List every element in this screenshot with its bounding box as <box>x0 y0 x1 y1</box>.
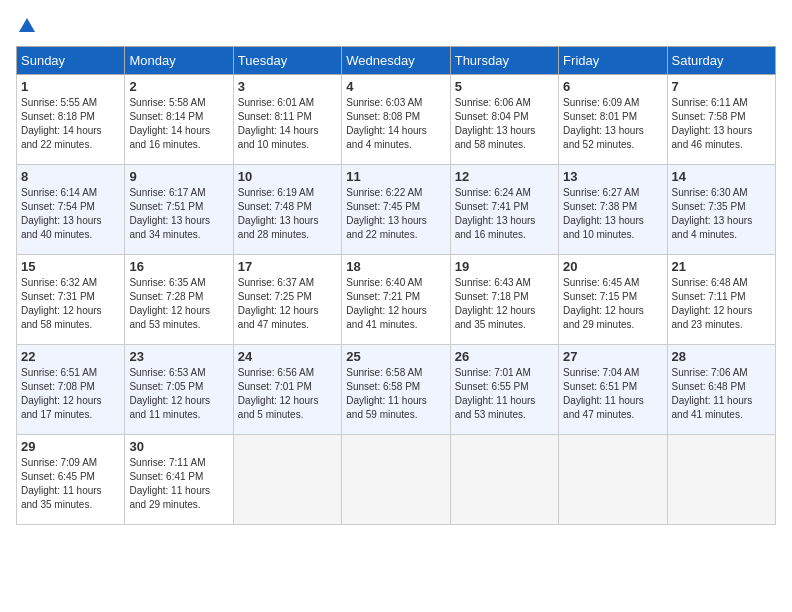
daylight-label: Daylight: 11 hours and 59 minutes. <box>346 395 427 420</box>
sunset-label: Sunset: 7:41 PM <box>455 201 529 212</box>
daylight-label: Daylight: 14 hours and 4 minutes. <box>346 125 427 150</box>
sunset-label: Sunset: 7:01 PM <box>238 381 312 392</box>
cell-content: Sunrise: 6:53 AM Sunset: 7:05 PM Dayligh… <box>129 366 228 422</box>
cell-content: Sunrise: 6:22 AM Sunset: 7:45 PM Dayligh… <box>346 186 445 242</box>
calendar-cell: 19 Sunrise: 6:43 AM Sunset: 7:18 PM Dayl… <box>450 255 558 345</box>
day-number: 4 <box>346 79 445 94</box>
sunrise-label: Sunrise: 6:51 AM <box>21 367 97 378</box>
cell-content: Sunrise: 5:55 AM Sunset: 8:18 PM Dayligh… <box>21 96 120 152</box>
calendar-cell <box>342 435 450 525</box>
daylight-label: Daylight: 12 hours and 41 minutes. <box>346 305 427 330</box>
daylight-label: Daylight: 13 hours and 40 minutes. <box>21 215 102 240</box>
calendar-cell: 13 Sunrise: 6:27 AM Sunset: 7:38 PM Dayl… <box>559 165 667 255</box>
daylight-label: Daylight: 12 hours and 35 minutes. <box>455 305 536 330</box>
weekday-header: Wednesday <box>342 47 450 75</box>
weekday-header: Saturday <box>667 47 775 75</box>
sunrise-label: Sunrise: 6:32 AM <box>21 277 97 288</box>
calendar-cell <box>667 435 775 525</box>
cell-content: Sunrise: 6:09 AM Sunset: 8:01 PM Dayligh… <box>563 96 662 152</box>
calendar-week-row: 8 Sunrise: 6:14 AM Sunset: 7:54 PM Dayli… <box>17 165 776 255</box>
day-number: 7 <box>672 79 771 94</box>
day-number: 24 <box>238 349 337 364</box>
calendar-cell: 12 Sunrise: 6:24 AM Sunset: 7:41 PM Dayl… <box>450 165 558 255</box>
daylight-label: Daylight: 14 hours and 10 minutes. <box>238 125 319 150</box>
cell-content: Sunrise: 6:51 AM Sunset: 7:08 PM Dayligh… <box>21 366 120 422</box>
calendar-cell: 29 Sunrise: 7:09 AM Sunset: 6:45 PM Dayl… <box>17 435 125 525</box>
daylight-label: Daylight: 13 hours and 4 minutes. <box>672 215 753 240</box>
calendar-cell: 7 Sunrise: 6:11 AM Sunset: 7:58 PM Dayli… <box>667 75 775 165</box>
sunrise-label: Sunrise: 7:06 AM <box>672 367 748 378</box>
sunrise-label: Sunrise: 6:27 AM <box>563 187 639 198</box>
day-number: 10 <box>238 169 337 184</box>
sunset-label: Sunset: 7:11 PM <box>672 291 746 302</box>
sunset-label: Sunset: 7:58 PM <box>672 111 746 122</box>
cell-content: Sunrise: 6:45 AM Sunset: 7:15 PM Dayligh… <box>563 276 662 332</box>
daylight-label: Daylight: 12 hours and 58 minutes. <box>21 305 102 330</box>
sunrise-label: Sunrise: 6:22 AM <box>346 187 422 198</box>
daylight-label: Daylight: 13 hours and 28 minutes. <box>238 215 319 240</box>
weekday-header: Tuesday <box>233 47 341 75</box>
svg-marker-0 <box>19 18 35 32</box>
cell-content: Sunrise: 6:30 AM Sunset: 7:35 PM Dayligh… <box>672 186 771 242</box>
calendar-cell: 2 Sunrise: 5:58 AM Sunset: 8:14 PM Dayli… <box>125 75 233 165</box>
sunset-label: Sunset: 7:38 PM <box>563 201 637 212</box>
calendar-cell: 9 Sunrise: 6:17 AM Sunset: 7:51 PM Dayli… <box>125 165 233 255</box>
daylight-label: Daylight: 14 hours and 22 minutes. <box>21 125 102 150</box>
daylight-label: Daylight: 11 hours and 29 minutes. <box>129 485 210 510</box>
calendar-cell: 20 Sunrise: 6:45 AM Sunset: 7:15 PM Dayl… <box>559 255 667 345</box>
sunset-label: Sunset: 6:41 PM <box>129 471 203 482</box>
weekday-header: Friday <box>559 47 667 75</box>
calendar-cell: 25 Sunrise: 6:58 AM Sunset: 6:58 PM Dayl… <box>342 345 450 435</box>
cell-content: Sunrise: 6:40 AM Sunset: 7:21 PM Dayligh… <box>346 276 445 332</box>
day-number: 3 <box>238 79 337 94</box>
cell-content: Sunrise: 7:11 AM Sunset: 6:41 PM Dayligh… <box>129 456 228 512</box>
daylight-label: Daylight: 12 hours and 23 minutes. <box>672 305 753 330</box>
day-number: 8 <box>21 169 120 184</box>
day-number: 9 <box>129 169 228 184</box>
calendar-week-row: 22 Sunrise: 6:51 AM Sunset: 7:08 PM Dayl… <box>17 345 776 435</box>
header <box>16 16 776 36</box>
calendar-table: SundayMondayTuesdayWednesdayThursdayFrid… <box>16 46 776 525</box>
logo-icon <box>17 16 37 36</box>
daylight-label: Daylight: 13 hours and 34 minutes. <box>129 215 210 240</box>
day-number: 2 <box>129 79 228 94</box>
cell-content: Sunrise: 6:19 AM Sunset: 7:48 PM Dayligh… <box>238 186 337 242</box>
sunset-label: Sunset: 7:21 PM <box>346 291 420 302</box>
day-number: 28 <box>672 349 771 364</box>
calendar-cell: 27 Sunrise: 7:04 AM Sunset: 6:51 PM Dayl… <box>559 345 667 435</box>
sunset-label: Sunset: 8:01 PM <box>563 111 637 122</box>
daylight-label: Daylight: 14 hours and 16 minutes. <box>129 125 210 150</box>
daylight-label: Daylight: 13 hours and 16 minutes. <box>455 215 536 240</box>
calendar-cell: 6 Sunrise: 6:09 AM Sunset: 8:01 PM Dayli… <box>559 75 667 165</box>
cell-content: Sunrise: 6:24 AM Sunset: 7:41 PM Dayligh… <box>455 186 554 242</box>
sunrise-label: Sunrise: 7:09 AM <box>21 457 97 468</box>
calendar-cell: 8 Sunrise: 6:14 AM Sunset: 7:54 PM Dayli… <box>17 165 125 255</box>
calendar-cell: 16 Sunrise: 6:35 AM Sunset: 7:28 PM Dayl… <box>125 255 233 345</box>
calendar-week-row: 29 Sunrise: 7:09 AM Sunset: 6:45 PM Dayl… <box>17 435 776 525</box>
calendar-cell <box>559 435 667 525</box>
sunrise-label: Sunrise: 6:11 AM <box>672 97 748 108</box>
cell-content: Sunrise: 6:14 AM Sunset: 7:54 PM Dayligh… <box>21 186 120 242</box>
calendar-cell: 24 Sunrise: 6:56 AM Sunset: 7:01 PM Dayl… <box>233 345 341 435</box>
cell-content: Sunrise: 5:58 AM Sunset: 8:14 PM Dayligh… <box>129 96 228 152</box>
cell-content: Sunrise: 6:56 AM Sunset: 7:01 PM Dayligh… <box>238 366 337 422</box>
calendar-cell: 10 Sunrise: 6:19 AM Sunset: 7:48 PM Dayl… <box>233 165 341 255</box>
cell-content: Sunrise: 6:17 AM Sunset: 7:51 PM Dayligh… <box>129 186 228 242</box>
calendar-cell: 21 Sunrise: 6:48 AM Sunset: 7:11 PM Dayl… <box>667 255 775 345</box>
daylight-label: Daylight: 11 hours and 53 minutes. <box>455 395 536 420</box>
calendar-cell: 23 Sunrise: 6:53 AM Sunset: 7:05 PM Dayl… <box>125 345 233 435</box>
sunset-label: Sunset: 8:18 PM <box>21 111 95 122</box>
weekday-header: Monday <box>125 47 233 75</box>
cell-content: Sunrise: 6:27 AM Sunset: 7:38 PM Dayligh… <box>563 186 662 242</box>
sunset-label: Sunset: 8:04 PM <box>455 111 529 122</box>
calendar-cell: 30 Sunrise: 7:11 AM Sunset: 6:41 PM Dayl… <box>125 435 233 525</box>
daylight-label: Daylight: 12 hours and 11 minutes. <box>129 395 210 420</box>
sunrise-label: Sunrise: 6:48 AM <box>672 277 748 288</box>
day-number: 13 <box>563 169 662 184</box>
sunrise-label: Sunrise: 6:53 AM <box>129 367 205 378</box>
cell-content: Sunrise: 6:43 AM Sunset: 7:18 PM Dayligh… <box>455 276 554 332</box>
day-number: 26 <box>455 349 554 364</box>
calendar-header-row: SundayMondayTuesdayWednesdayThursdayFrid… <box>17 47 776 75</box>
day-number: 14 <box>672 169 771 184</box>
day-number: 19 <box>455 259 554 274</box>
